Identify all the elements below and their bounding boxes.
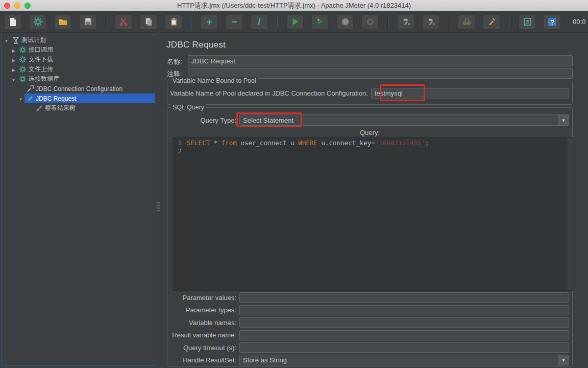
tree-item-jdbc-request[interactable]: JDBC Request [2, 94, 155, 103]
tree-item-label: JDBC Request [36, 95, 76, 102]
parameter-values-label: Parameter values: [170, 294, 239, 302]
remote-stop-all-button[interactable] [422, 14, 439, 30]
tree-item-label: 接口调用 [29, 45, 53, 54]
brush-icon [35, 104, 43, 112]
gear-icon [19, 75, 27, 83]
result-variable-name-row: Result variable name: [170, 330, 569, 340]
expander-closed-icon[interactable] [10, 47, 17, 54]
expander-open-icon[interactable] [10, 76, 17, 83]
help-button[interactable]: ? [544, 14, 561, 30]
expander-closed-icon[interactable] [10, 66, 17, 73]
parameter-types-input[interactable] [239, 305, 569, 315]
sql-editor[interactable]: 1 2 SELECT * from user_connect u WHERE u… [173, 137, 573, 291]
window-title: HTTP请求.jmx (/Users/ddc-test/HTTP请求.jmx) … [177, 1, 411, 10]
start-button[interactable] [286, 14, 304, 30]
handle-resultset-dropdown[interactable]: Store as String [239, 355, 569, 365]
open-file-button[interactable] [54, 14, 71, 30]
tree-item-jdbc-connection-configuration[interactable]: JDBC Connection Configuration [2, 84, 155, 94]
new-file-button[interactable] [4, 14, 21, 30]
result-variable-name-input[interactable] [239, 330, 569, 340]
shutdown-button[interactable] [361, 14, 379, 30]
tree-item-thread-group-3[interactable]: 文件上传 [2, 64, 155, 74]
function-helper-button[interactable] [519, 14, 536, 30]
name-input[interactable]: JDBC Request [188, 55, 573, 66]
tree-main-splitter[interactable] [156, 32, 161, 368]
query-type-value: Select Statement [243, 117, 293, 124]
expander-closed-icon[interactable] [10, 56, 17, 63]
toolbar-separator [509, 15, 510, 29]
sql-code[interactable]: SELECT * from user_connect u WHERE u.con… [184, 137, 573, 290]
pool-variable-label: Variable Name of Pool declared in JDBC C… [170, 89, 368, 97]
tree-item-label: 测试计划 [21, 36, 46, 44]
tree-item-test-plan[interactable]: 测试计划 [2, 35, 155, 45]
jmeter-window: HTTP请求.jmx (/Users/ddc-test/HTTP请求.jmx) … [0, 0, 588, 368]
toolbar-separator [277, 15, 278, 29]
sql-string: '16602151405' [375, 139, 425, 147]
parameter-values-row: Parameter values: [170, 292, 569, 303]
clear-all-button[interactable] [483, 14, 500, 30]
search-button[interactable] [458, 14, 475, 30]
gear-icon [19, 65, 27, 73]
cut-button[interactable] [115, 14, 132, 30]
toolbar-separator [105, 15, 106, 29]
remove-element-button[interactable]: − [226, 14, 243, 30]
jdbc-request-panel: JDBC Request 名称: JDBC Request 注释: Variab… [161, 32, 588, 368]
sql-keyword: WHERE [298, 139, 317, 147]
toolbar-separator [448, 15, 449, 29]
plus-icon: + [206, 17, 212, 27]
sql-text: * [210, 139, 222, 147]
cut-scissors-icon [119, 18, 128, 26]
stop-button[interactable] [336, 14, 354, 30]
slash-icon: / [258, 17, 260, 27]
zoom-window-button[interactable] [24, 3, 31, 9]
handle-resultset-label: Handle ResultSet: [170, 356, 239, 364]
titlebar: HTTP请求.jmx (/Users/ddc-test/HTTP请求.jmx) … [0, 0, 588, 11]
selected-tree-item[interactable]: JDBC Request [24, 94, 155, 103]
paste-button[interactable] [165, 14, 182, 30]
gear-icon [19, 56, 27, 63]
sql-keyword: from [222, 139, 237, 147]
add-element-button[interactable]: + [201, 14, 218, 30]
help-icon: ? [548, 17, 557, 27]
tree-item-thread-group-1[interactable]: 接口调用 [2, 45, 155, 55]
line-number: 1 [173, 139, 182, 147]
query-type-dropdown[interactable]: Select Statement [239, 114, 569, 126]
sql-keyword: SELECT [187, 139, 210, 147]
name-label: 名称: [167, 57, 182, 66]
pool-variable-input[interactable]: testmysql [371, 88, 569, 99]
sql-group-title: SQL Query [170, 104, 206, 111]
query-type-label: Query Type: [170, 117, 239, 124]
tree-item-label: 文件上传 [29, 65, 53, 74]
tree-item-thread-group-db[interactable]: 连接数据库 [2, 74, 155, 84]
parameter-values-input[interactable] [239, 292, 569, 303]
minimize-window-button[interactable] [14, 3, 20, 9]
start-no-pauses-button[interactable] [311, 14, 329, 30]
copy-icon [144, 17, 153, 26]
expander-open-icon[interactable] [3, 37, 10, 44]
search-binoculars-icon [462, 17, 471, 26]
start-play-icon [291, 17, 300, 26]
parameter-types-label: Parameter types: [170, 306, 239, 314]
line-number: 2 [173, 147, 182, 155]
templates-button[interactable] [29, 14, 46, 30]
test-plan-tree: 测试计划 接口调用 文件下载 文件上传 [1, 33, 155, 366]
expander-open-icon[interactable] [17, 95, 24, 102]
tree-item-thread-group-2[interactable]: 文件下载 [2, 55, 155, 64]
query-timeout-input[interactable] [239, 342, 569, 353]
function-helper-icon [523, 17, 532, 26]
tree-item-label: 连接数据库 [29, 75, 59, 83]
elapsed-timer: 00:0 [573, 11, 585, 32]
editor-scrollbar[interactable] [568, 137, 573, 290]
start-no-pauses-icon [316, 17, 325, 26]
toggle-element-button[interactable]: / [251, 14, 268, 30]
remote-start-all-button[interactable] [397, 14, 414, 30]
close-window-button[interactable] [4, 3, 10, 9]
query-timeout-row: Query timeout (s): [170, 342, 569, 353]
sql-text: user_connect u [237, 139, 298, 147]
handle-resultset-row: Handle ResultSet: Store as String [170, 355, 569, 365]
page-title: JDBC Request [166, 40, 226, 50]
tree-item-view-results-tree[interactable]: 察看结果树 [2, 103, 155, 113]
copy-button[interactable] [140, 14, 157, 30]
save-button[interactable] [79, 14, 96, 30]
variable-names-input[interactable] [239, 317, 569, 328]
